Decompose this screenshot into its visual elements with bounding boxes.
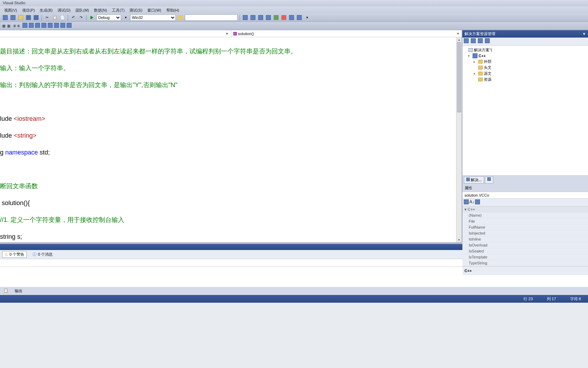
outdent-icon[interactable]: ≣: [7, 24, 11, 28]
find-input[interactable]: [185, 14, 238, 21]
folder-icon: [478, 78, 483, 81]
solution-explorer: 解决方案资源管理 ▼ 解决方案"( ▾C++ ▸外部 头文 ▾源文 资源 解决.…: [462, 30, 588, 184]
paste-icon[interactable]: 📄: [59, 14, 66, 21]
menu-data[interactable]: 数据(N): [92, 7, 109, 13]
menu-test[interactable]: 测试(S): [127, 7, 145, 13]
format-icon-3[interactable]: [60, 23, 65, 29]
status-bar: 行 23 列 17 字符 8: [0, 295, 588, 303]
solution-tree[interactable]: 解决方案"( ▾C++ ▸外部 头文 ▾源文 资源: [462, 46, 588, 176]
properties-title: 属性: [462, 184, 588, 192]
warning-icon: ⚠: [5, 252, 8, 257]
start-debug-icon[interactable]: [89, 14, 95, 21]
platform-dropdown[interactable]: Win32: [130, 14, 176, 21]
save-icon[interactable]: [25, 14, 32, 21]
chevron-down-icon: ▼: [226, 32, 229, 35]
solution-tab[interactable]: 解决...: [464, 176, 484, 184]
app-title: Visual Studio: [3, 1, 25, 5]
save-all-icon[interactable]: [33, 14, 39, 21]
menu-help[interactable]: 帮助(H): [164, 7, 181, 13]
tree-headers[interactable]: 头文: [463, 65, 587, 71]
vertical-splitter[interactable]: [460, 30, 462, 242]
uncomment-icon[interactable]: ≡: [17, 24, 20, 28]
solution-explorer-title: 解决方案资源管理: [465, 31, 495, 37]
format-icon-1[interactable]: [48, 23, 53, 29]
indent-icon[interactable]: ≣: [2, 24, 6, 28]
method-icon: [233, 32, 237, 35]
other-tab[interactable]: [485, 176, 493, 184]
chevron-down-icon[interactable]: ▾: [304, 14, 310, 21]
menu-project[interactable]: 项目(P): [20, 7, 37, 13]
menu-view[interactable]: 视图(V): [2, 7, 19, 13]
separator: [240, 15, 240, 20]
bookmark-icon[interactable]: [22, 23, 27, 29]
refresh-icon[interactable]: [478, 38, 484, 45]
bookmark-next-icon[interactable]: [35, 23, 40, 29]
tree-project[interactable]: ▾C++: [463, 53, 587, 59]
bookmark-clear-icon[interactable]: [41, 23, 46, 29]
cut-icon[interactable]: ✂: [44, 14, 50, 21]
props-row: (Name): [462, 212, 588, 218]
new-project-icon[interactable]: [2, 14, 8, 21]
find-icon[interactable]: [177, 14, 183, 21]
member-dropdown[interactable]: solution() ▼: [231, 30, 462, 37]
separator: [86, 15, 87, 20]
scope-dropdown[interactable]: ▼: [0, 30, 231, 37]
add-item-icon[interactable]: [10, 14, 16, 21]
open-icon[interactable]: [18, 14, 24, 21]
tool-icon-3[interactable]: [258, 14, 264, 21]
redo-icon[interactable]: ↷: [78, 14, 84, 21]
view-code-icon[interactable]: [485, 38, 491, 45]
tool-icon-8[interactable]: [296, 14, 302, 21]
format-icon-4[interactable]: [67, 23, 72, 29]
props-row: IsInline: [462, 236, 588, 242]
tree-source[interactable]: ▾源文: [463, 71, 587, 77]
menu-debug[interactable]: 调试(D): [55, 7, 73, 13]
properties-icon[interactable]: [464, 38, 470, 45]
props-row: IsTemplate: [462, 254, 588, 260]
chevron-down-icon[interactable]: ▼: [582, 32, 586, 36]
code-editor[interactable]: ▼ solution() ▼ 题目描述：回文串是从左到右或者从右到左读起来都一样…: [0, 30, 462, 242]
format-icon-2[interactable]: [54, 23, 59, 29]
tool-icon-6[interactable]: [281, 14, 287, 21]
properties-object[interactable]: solution VCCo: [462, 192, 588, 199]
status-column: 列 17: [547, 296, 556, 302]
props-icon[interactable]: [475, 199, 480, 205]
copy-icon[interactable]: 📋: [52, 14, 58, 21]
tree-external[interactable]: ▸外部: [463, 59, 587, 65]
title-bar: Visual Studio: [0, 0, 588, 6]
menu-tools[interactable]: 工具(T): [110, 7, 127, 13]
menu-team[interactable]: 团队(M): [73, 7, 91, 13]
alphabetical-icon[interactable]: A↓: [469, 199, 474, 205]
member-name: solution(): [238, 32, 254, 36]
folder-icon: [478, 60, 483, 64]
tool-icon-5[interactable]: [273, 14, 279, 21]
tool-icon-1[interactable]: [242, 14, 248, 21]
code-content[interactable]: 题目描述：回文串是从左到右或者从右到左读起来都一样的字符串，试编程判别一个字符串…: [0, 37, 462, 242]
undo-icon[interactable]: ↶: [70, 14, 76, 21]
properties-grid[interactable]: ▾ C++ (Name) File FullName IsInjected Is…: [462, 206, 588, 266]
chevron-down-icon: ▼: [456, 32, 460, 35]
tree-resources[interactable]: 资源: [463, 77, 587, 83]
tool-icon-7[interactable]: [288, 14, 295, 21]
tree-solution-root[interactable]: 解决方案"(: [463, 47, 587, 53]
categorized-icon[interactable]: [464, 199, 469, 205]
warnings-filter[interactable]: ⚠0 个警告: [2, 251, 27, 258]
folder-icon: [478, 66, 483, 70]
config-dropdown[interactable]: Debug: [96, 14, 121, 21]
comment-icon[interactable]: ≡: [13, 24, 16, 28]
tool-icon-2[interactable]: [250, 14, 256, 21]
chevron-down-icon[interactable]: ▾: [122, 14, 129, 21]
bookmark-prev-icon[interactable]: [29, 23, 34, 29]
text-editor-toolbar: ≣ ≣ ≡ ≡: [0, 22, 588, 30]
props-category[interactable]: ▾ C++: [462, 206, 588, 212]
props-row: TypeString: [462, 260, 588, 266]
error-list-tab[interactable]: 📋: [1, 288, 11, 294]
menu-build[interactable]: 生成(B): [38, 7, 55, 13]
menu-window[interactable]: 窗口(W): [145, 7, 163, 13]
standard-toolbar: ✂ 📋 📄 ↶ ↷ Debug ▾ Win32 ▾: [0, 13, 588, 22]
props-description: C++: [462, 266, 588, 275]
output-tab[interactable]: 输出: [13, 288, 25, 294]
show-all-icon[interactable]: [471, 38, 477, 45]
messages-filter[interactable]: ⓘ0 个消息: [30, 251, 55, 258]
tool-icon-4[interactable]: [265, 14, 272, 21]
